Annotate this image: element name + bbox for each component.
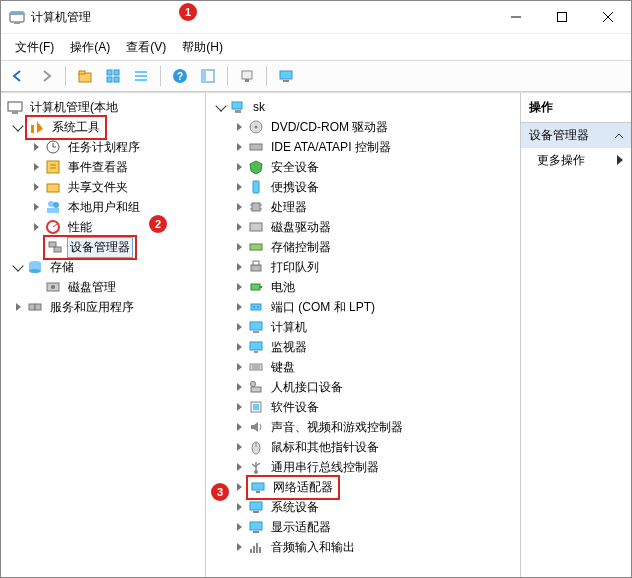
expander-closed-icon[interactable] — [232, 400, 246, 414]
properties-button[interactable] — [100, 63, 126, 89]
tree-item-shared-folders[interactable]: 共享文件夹 — [1, 177, 205, 197]
expander-closed-icon[interactable] — [232, 360, 246, 374]
tree-item[interactable]: IDE ATA/ATAPI 控制器 — [206, 137, 520, 157]
tree-item[interactable]: 声音、视频和游戏控制器 — [206, 417, 520, 437]
tree-item-system-tools[interactable]: 系统工具 — [1, 117, 205, 137]
expander-closed-icon[interactable] — [232, 540, 246, 554]
expander-closed-icon[interactable] — [232, 520, 246, 534]
expander-open-icon[interactable] — [214, 100, 228, 114]
tree-label: 声音、视频和游戏控制器 — [268, 417, 406, 438]
close-button[interactable] — [585, 2, 631, 32]
actions-subheader[interactable]: 设备管理器 — [521, 123, 631, 148]
tree-item[interactable]: 打印队列 — [206, 257, 520, 277]
expander-closed-icon[interactable] — [29, 140, 43, 154]
tree-item[interactable]: 监视器 — [206, 337, 520, 357]
svg-rect-64 — [260, 286, 262, 288]
tree-item[interactable]: 软件设备 — [206, 397, 520, 417]
svg-rect-85 — [252, 483, 264, 490]
tree-item-network-adapters[interactable]: 网络适配器 — [206, 477, 520, 497]
tree-item-disk-mgmt[interactable]: 磁盘管理 — [1, 277, 205, 297]
tree-item[interactable]: 系统设备 — [206, 497, 520, 517]
tree-item[interactable]: 计算机 — [206, 317, 520, 337]
tree-item[interactable]: 电池 — [206, 277, 520, 297]
menu-action[interactable]: 操作(A) — [62, 37, 118, 58]
tree-label: 存储控制器 — [268, 237, 334, 258]
tree-item[interactable]: 音频输入和输出 — [206, 537, 520, 557]
expander-closed-icon[interactable] — [232, 160, 246, 174]
show-hide-button[interactable] — [195, 63, 221, 89]
tree-item[interactable]: 磁盘驱动器 — [206, 217, 520, 237]
expander-closed-icon[interactable] — [232, 140, 246, 154]
storage-controller-icon — [248, 239, 264, 255]
svg-rect-71 — [254, 351, 258, 353]
tree-item-device-manager[interactable]: 设备管理器 — [1, 237, 205, 257]
tree-item-task-scheduler[interactable]: 任务计划程序 — [1, 137, 205, 157]
menu-help[interactable]: 帮助(H) — [174, 37, 231, 58]
expander-closed-icon[interactable] — [232, 240, 246, 254]
shield-icon — [248, 159, 264, 175]
expander-closed-icon[interactable] — [232, 500, 246, 514]
tree-item[interactable]: 安全设备 — [206, 157, 520, 177]
menu-file[interactable]: 文件(F) — [7, 37, 62, 58]
tree-item[interactable]: 处理器 — [206, 197, 520, 217]
expander-closed-icon[interactable] — [232, 380, 246, 394]
tree-item[interactable]: 人机接口设备 — [206, 377, 520, 397]
portable-icon — [248, 179, 264, 195]
expander-closed-icon[interactable] — [232, 300, 246, 314]
expander-closed-icon[interactable] — [29, 160, 43, 174]
expander-closed-icon[interactable] — [232, 120, 246, 134]
tree-item[interactable]: 端口 (COM 和 LPT) — [206, 297, 520, 317]
expander-closed-icon[interactable] — [232, 480, 246, 494]
tree-item-computer-root[interactable]: sk — [206, 97, 520, 117]
titlebar: 计算机管理 — [1, 1, 631, 33]
collapse-icon — [615, 129, 623, 143]
list-button[interactable] — [128, 63, 154, 89]
expander-closed-icon[interactable] — [232, 460, 246, 474]
svg-rect-10 — [114, 70, 119, 75]
monitor-button[interactable] — [273, 63, 299, 89]
expander-closed-icon[interactable] — [232, 220, 246, 234]
tree-item[interactable]: 便携设备 — [206, 177, 520, 197]
expander-closed-icon[interactable] — [232, 320, 246, 334]
tree-label: IDE ATA/ATAPI 控制器 — [268, 137, 394, 158]
tree-item-event-viewer[interactable]: 事件查看器 — [1, 157, 205, 177]
expander-closed-icon[interactable] — [29, 200, 43, 214]
menu-view[interactable]: 查看(V) — [118, 37, 174, 58]
tree-label: 软件设备 — [268, 397, 322, 418]
expander-closed-icon[interactable] — [232, 440, 246, 454]
tree-label: 音频输入和输出 — [268, 537, 358, 558]
tree-item[interactable]: 键盘 — [206, 357, 520, 377]
expander-open-icon[interactable] — [11, 260, 25, 274]
sound-icon — [248, 419, 264, 435]
tree-item[interactable]: 显示适配器 — [206, 517, 520, 537]
expander-closed-icon[interactable] — [232, 260, 246, 274]
expander-closed-icon[interactable] — [232, 180, 246, 194]
expander-closed-icon[interactable] — [11, 300, 25, 314]
minimize-button[interactable] — [493, 2, 539, 32]
tree-item[interactable]: DVD/CD-ROM 驱动器 — [206, 117, 520, 137]
expander-closed-icon[interactable] — [232, 280, 246, 294]
back-button[interactable] — [5, 63, 31, 89]
tree-label: 磁盘管理 — [65, 277, 119, 298]
help-button[interactable]: ? — [167, 63, 193, 89]
tree-item[interactable]: 存储控制器 — [206, 237, 520, 257]
forward-button[interactable] — [33, 63, 59, 89]
expander-closed-icon[interactable] — [29, 220, 43, 234]
expander-closed-icon[interactable] — [232, 340, 246, 354]
svg-rect-65 — [251, 304, 261, 310]
tree-item-services[interactable]: 服务和应用程序 — [1, 297, 205, 317]
up-button[interactable] — [72, 63, 98, 89]
tree-item-storage[interactable]: 存储 — [1, 257, 205, 277]
svg-rect-26 — [31, 125, 34, 133]
device-button[interactable] — [234, 63, 260, 89]
maximize-button[interactable] — [539, 2, 585, 32]
expander-open-icon[interactable] — [11, 120, 25, 134]
svg-rect-2 — [14, 22, 20, 24]
tree-item[interactable]: 鼠标和其他指针设备 — [206, 437, 520, 457]
tree-item-local-users[interactable]: 本地用户和组 — [1, 197, 205, 217]
actions-more[interactable]: 更多操作 — [521, 148, 631, 173]
expander-closed-icon[interactable] — [232, 420, 246, 434]
expander-closed-icon[interactable] — [29, 180, 43, 194]
expander-closed-icon[interactable] — [232, 200, 246, 214]
svg-rect-14 — [135, 75, 147, 77]
